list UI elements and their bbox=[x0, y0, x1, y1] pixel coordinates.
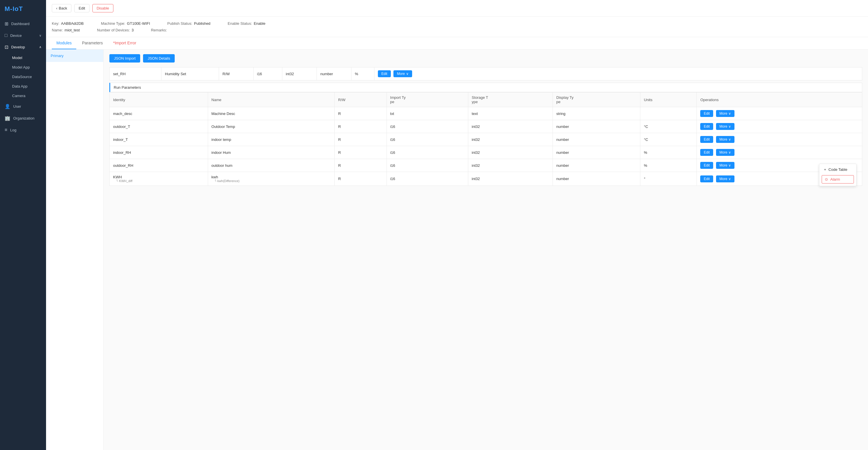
display-type-cell: number bbox=[553, 120, 640, 133]
chevron-up-icon: ∧ bbox=[39, 45, 41, 49]
col-rw: R/W bbox=[335, 92, 387, 107]
enable-status-value: Enable bbox=[254, 21, 265, 26]
identity-cell: mach_desc bbox=[110, 107, 208, 120]
dropdown-item-alarm[interactable]: ⊙ Alarm bbox=[822, 175, 854, 184]
edit-button-row-2[interactable]: Edit bbox=[700, 136, 713, 143]
disable-button[interactable]: Disable bbox=[92, 4, 114, 12]
more-button-row-0[interactable]: More ∨ bbox=[716, 110, 735, 117]
import-type-cell: i16 bbox=[386, 172, 468, 186]
edit-button-row-0[interactable]: Edit bbox=[700, 110, 713, 117]
module-sidebar: Primary bbox=[46, 50, 103, 450]
units-cell: % bbox=[640, 146, 697, 159]
storage-type-cell: int32 bbox=[468, 133, 553, 146]
sidebar-item-label: User bbox=[13, 104, 21, 109]
more-button-row-5[interactable]: More ∨ bbox=[716, 175, 735, 182]
sidebar-item-user[interactable]: 👤 User bbox=[0, 101, 46, 112]
dropdown-item-code-table[interactable]: + Code Table bbox=[819, 165, 856, 174]
identity-cell: set_RH bbox=[110, 67, 161, 80]
sidebar-item-label: Log bbox=[10, 128, 17, 132]
tab-import-error[interactable]: *Import Error bbox=[108, 37, 141, 49]
storage-type-cell: int32 bbox=[468, 172, 553, 186]
edit-button-row-4[interactable]: Edit bbox=[700, 162, 713, 169]
units-cell: % bbox=[640, 159, 697, 172]
publish-status-value: Published bbox=[194, 21, 210, 26]
set-rh-section: set_RH Humidity Set R/W i16 bbox=[110, 67, 862, 80]
identity-cell: indoor_RH bbox=[110, 146, 208, 159]
remarks-info: Remarks: bbox=[151, 28, 167, 32]
code-table-label: Code Table bbox=[829, 167, 847, 172]
sidebar-item-label: Dashboard bbox=[11, 22, 30, 26]
sidebar-sub-item-model[interactable]: Model bbox=[0, 53, 46, 62]
set-rh-more-button[interactable]: More ∨ bbox=[394, 70, 412, 77]
units-cell: °C bbox=[640, 120, 697, 133]
sidebar-sub-item-data-app[interactable]: Data App bbox=[0, 82, 46, 91]
operations-cell: Edit More ∨ bbox=[697, 146, 862, 159]
set-rh-table: set_RH Humidity Set R/W i16 bbox=[110, 67, 862, 80]
sidebar-item-device[interactable]: □ Device ∨ bbox=[0, 30, 46, 41]
num-devices-value: 3 bbox=[131, 28, 133, 32]
col-import-type: Import Type bbox=[386, 92, 468, 107]
topbar: ‹ Back Edit Disable bbox=[46, 0, 868, 17]
more-button-row-3[interactable]: More ∨ bbox=[716, 149, 735, 156]
import-type-cell: i16 bbox=[386, 146, 468, 159]
sidebar-sub-item-model-app[interactable]: Model App bbox=[0, 62, 46, 72]
sidebar-logo: M-IoT bbox=[0, 0, 46, 18]
table-toolbar: JSON Import JSON Details bbox=[110, 54, 862, 62]
json-import-button[interactable]: JSON Import bbox=[110, 54, 140, 62]
import-type-cell: i16 bbox=[386, 133, 468, 146]
storage-type-cell: int32 bbox=[468, 159, 553, 172]
display-type-cell: number bbox=[553, 133, 640, 146]
set-rh-edit-button[interactable]: Edit bbox=[378, 70, 391, 77]
back-arrow-icon: ‹ bbox=[56, 6, 57, 10]
rw-cell: R bbox=[335, 107, 387, 120]
more-button-row-4[interactable]: More ∨ bbox=[716, 162, 735, 169]
sidebar: M-IoT ⊞ Dashboard □ Device ∨ ⊡ Develop ∧… bbox=[0, 0, 46, 450]
chevron-down-icon: ∨ bbox=[406, 72, 409, 76]
operations-cell: Edit More ∨ bbox=[697, 120, 862, 133]
rw-cell: R bbox=[335, 146, 387, 159]
rw-cell: R bbox=[335, 133, 387, 146]
sidebar-item-develop[interactable]: ⊡ Develop ∧ bbox=[0, 41, 46, 53]
sidebar-item-dashboard[interactable]: ⊞ Dashboard bbox=[0, 18, 46, 30]
more-button-row-2[interactable]: More ∨ bbox=[716, 136, 735, 143]
run-parameters-table-wrapper: Identity Name R/W Import Type bbox=[110, 92, 862, 186]
col-name: Name bbox=[208, 92, 335, 107]
edit-button[interactable]: Edit bbox=[74, 4, 89, 12]
identity-cell: outdoor_RH bbox=[110, 159, 208, 172]
display-type-cell: string bbox=[553, 107, 640, 120]
sidebar-sub-item-camera[interactable]: Camera bbox=[0, 91, 46, 101]
publish-status-info: Publish Status: Published bbox=[167, 21, 210, 26]
tab-parameters[interactable]: Parameters bbox=[78, 37, 107, 49]
table-row: set_RH Humidity Set R/W i16 bbox=[110, 67, 862, 80]
num-devices-info: Number of Devices: 3 bbox=[97, 28, 133, 32]
more-button-row-1[interactable]: More ∨ bbox=[716, 123, 735, 130]
units-cell: ° bbox=[640, 172, 697, 186]
rw-cell: R/W bbox=[219, 67, 253, 80]
display-type-cell: number bbox=[553, 146, 640, 159]
edit-button-row-1[interactable]: Edit bbox=[700, 123, 713, 130]
display-type-cell: number bbox=[553, 159, 640, 172]
tab-modules[interactable]: Modules bbox=[52, 37, 76, 49]
chevron-down-icon: ∨ bbox=[728, 137, 731, 141]
machine-type-info: Machine Type: GT100E-WIFI bbox=[101, 21, 150, 26]
table-row: indoor_T indoor temp R i16 int32 number … bbox=[110, 133, 862, 146]
device-icon: □ bbox=[5, 33, 7, 38]
col-operations: Operations bbox=[697, 92, 862, 107]
rw-cell: R bbox=[335, 120, 387, 133]
log-icon: ≡ bbox=[5, 127, 7, 133]
alarm-label: Alarm bbox=[830, 177, 840, 181]
back-button[interactable]: ‹ Back bbox=[52, 4, 71, 12]
sidebar-item-organization[interactable]: 🏢 Organization bbox=[0, 112, 46, 124]
storage-type-cell: int32 bbox=[282, 67, 317, 80]
sidebar-item-log[interactable]: ≡ Log bbox=[0, 124, 46, 136]
edit-button-row-5[interactable]: Edit bbox=[700, 175, 713, 182]
edit-button-row-3[interactable]: Edit bbox=[700, 149, 713, 156]
develop-icon: ⊡ bbox=[5, 45, 8, 50]
table-row: mach_desc Machine Desc R txt text string… bbox=[110, 107, 862, 120]
name-info: Name: miot_test bbox=[52, 28, 80, 32]
chevron-down-icon: ∨ bbox=[728, 163, 731, 167]
json-details-button[interactable]: JSON Details bbox=[143, 54, 175, 62]
module-item-primary[interactable]: Primary bbox=[46, 50, 103, 62]
machine-type-value: GT100E-WIFI bbox=[127, 21, 150, 26]
sidebar-sub-item-datasource[interactable]: DataSource bbox=[0, 72, 46, 82]
